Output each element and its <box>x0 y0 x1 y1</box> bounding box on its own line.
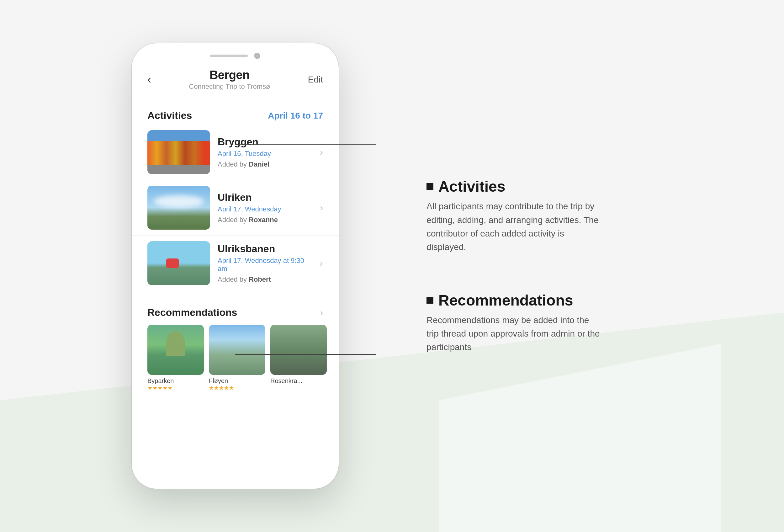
added-by-name-ulriksbanen: Robert <box>249 275 271 283</box>
rec-stars-byparken: ★★★★★ <box>147 385 204 391</box>
recommendations-annotation-title: Recommendations <box>439 292 573 309</box>
header-center: Bergen Connecting Trip to Tromsø <box>189 68 270 91</box>
rec-item-byparken[interactable]: Byparken ★★★★★ <box>147 325 204 391</box>
phone-camera <box>254 53 260 59</box>
bryggen-image-bg <box>147 130 210 174</box>
recommendations-annotation-heading: Recommendations <box>426 292 702 309</box>
activity-image-ulriksbanen <box>147 241 210 285</box>
activity-item-ulriken[interactable]: Ulriken April 17, Wednesday Added by Rox… <box>132 180 339 235</box>
recommendations-annotation-block: Recommendations Recommendations may be a… <box>426 292 702 354</box>
phone-content: Activities April 16 to 17 Bryggen April … <box>132 101 339 489</box>
recommendations-section-header[interactable]: Recommendations › <box>132 301 339 321</box>
byparken-image-bg <box>147 325 204 375</box>
activity-item-ulriksbanen[interactable]: Ulriksbanen April 17, Wednesday at 9:30 … <box>132 235 339 291</box>
activities-section-header: Activities April 16 to 17 <box>132 104 339 124</box>
rec-stars-floyen: ★★★★★ <box>209 385 265 391</box>
activity-image-bryggen <box>147 130 210 174</box>
activity-info-ulriksbanen: Ulriksbanen April 17, Wednesday at 9:30 … <box>218 243 312 284</box>
added-by-prefix-ulriken: Added by <box>218 216 249 224</box>
activity-added-bryggen: Added by Daniel <box>218 160 312 168</box>
recommendations-heading-square <box>426 297 433 304</box>
chevron-right-ulriken: › <box>320 202 323 213</box>
right-panel: Activities All participants may contribu… <box>408 153 721 379</box>
phone-header: ‹ Bergen Connecting Trip to Tromsø Edit <box>132 62 339 94</box>
activity-date-ulriken: April 17, Wednesday <box>218 205 312 213</box>
added-by-prefix-bryggen: Added by <box>218 160 249 168</box>
activity-name-ulriken: Ulriken <box>218 192 312 203</box>
back-button[interactable]: ‹ <box>147 73 151 86</box>
activity-image-ulriken <box>147 186 210 230</box>
activities-annotation-block: Activities All participants may contribu… <box>426 178 702 254</box>
city-title: Bergen <box>189 68 270 82</box>
added-by-prefix-ulriksbanen: Added by <box>218 275 249 283</box>
activity-name-ulriksbanen: Ulriksbanen <box>218 243 312 255</box>
activity-item-bryggen[interactable]: Bryggen April 16, Tuesday Added by Danie… <box>132 124 339 180</box>
rec-name-byparken: Byparken <box>147 377 204 385</box>
edit-button[interactable]: Edit <box>308 75 323 85</box>
activities-annotation-heading: Activities <box>426 178 702 195</box>
activity-info-bryggen: Bryggen April 16, Tuesday Added by Danie… <box>218 136 312 168</box>
activities-title: Activities <box>147 110 192 121</box>
floyen-image-bg <box>209 325 265 375</box>
rec-name-rosenkrantz: Rosenkra... <box>270 377 327 385</box>
phone-notch <box>210 55 248 57</box>
activity-date-bryggen: April 16, Tuesday <box>218 150 312 158</box>
trip-subtitle: Connecting Trip to Tromsø <box>189 83 270 91</box>
rec-image-byparken <box>147 325 204 375</box>
spacer <box>132 291 339 301</box>
added-by-name-bryggen: Daniel <box>249 160 270 168</box>
activity-added-ulriken: Added by Roxanne <box>218 216 312 224</box>
activity-info-ulriken: Ulriken April 17, Wednesday Added by Rox… <box>218 192 312 224</box>
activities-date-range: April 16 to 17 <box>268 111 323 121</box>
activities-heading-square <box>426 183 433 190</box>
header-divider <box>132 97 339 97</box>
recommendations-chevron-right: › <box>320 307 323 318</box>
left-panel: ‹ Bergen Connecting Trip to Tromsø Edit … <box>63 0 408 532</box>
page-container: ‹ Bergen Connecting Trip to Tromsø Edit … <box>0 0 784 532</box>
activities-annotation-title: Activities <box>439 178 505 195</box>
chevron-right-bryggen: › <box>320 147 323 158</box>
activities-annotation-text: All participants may contribute to the t… <box>426 199 602 254</box>
activity-name-bryggen: Bryggen <box>218 136 312 148</box>
recommendations-grid: Byparken ★★★★★ Fløyen ★★★★★ <box>132 321 339 395</box>
added-by-name-ulriken: Roxanne <box>249 216 278 224</box>
phone-mockup: ‹ Bergen Connecting Trip to Tromsø Edit … <box>132 43 339 489</box>
rec-item-floyen[interactable]: Fløyen ★★★★★ <box>209 325 265 391</box>
chevron-right-ulriksbanen: › <box>320 258 323 269</box>
activity-added-ulriksbanen: Added by Robert <box>218 275 312 284</box>
phone-top-bar <box>132 43 339 62</box>
ulriksbanen-image-bg <box>147 241 210 285</box>
rec-name-floyen: Fløyen <box>209 377 265 385</box>
rosenkrantz-image-bg <box>270 325 327 375</box>
rec-image-rosenkrantz <box>270 325 327 375</box>
activity-date-ulriksbanen: April 17, Wednesday at 9:30 am <box>218 257 312 273</box>
rec-image-floyen <box>209 325 265 375</box>
rec-item-rosenkrantz[interactable]: Rosenkra... <box>270 325 327 391</box>
ulriken-image-bg <box>147 186 210 230</box>
recommendations-annotation-text: Recommendations may be added into the tr… <box>426 313 602 354</box>
recommendations-title: Recommendations <box>147 307 237 318</box>
